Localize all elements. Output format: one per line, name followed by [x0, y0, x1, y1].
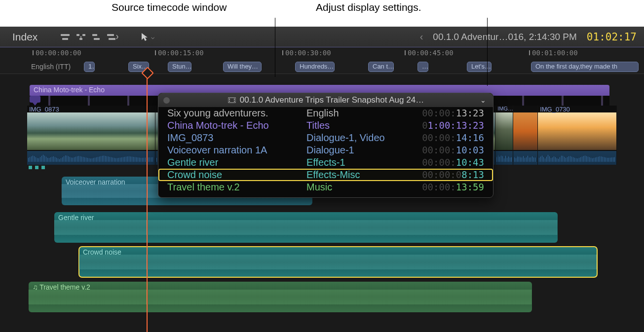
row-role: English	[306, 108, 405, 119]
clip-label: Crowd noise	[83, 248, 121, 256]
row-role: Music	[306, 182, 405, 193]
ruler-tick: 00:00:30:00	[285, 49, 331, 57]
nav-back-chevron[interactable]: ‹	[420, 31, 423, 42]
row-clip-name: Voiceover narration 1A	[167, 145, 306, 156]
annotation-line-right	[487, 18, 488, 86]
timecode-row[interactable]: Voiceover narration 1ADialogue-100:00:10…	[158, 144, 493, 156]
svg-rect-8	[109, 38, 115, 40]
timecode-window-title: 00.1.0 Adventure Trips Trailer Snapshot …	[174, 95, 478, 105]
caption-chip[interactable]: Let's…	[467, 62, 492, 72]
clip-thumbnail	[513, 112, 537, 150]
ruler-tick: 00:01:00:00	[532, 49, 578, 57]
timeline-area[interactable]: 00:00:00:00 00:00:15:00 00:00:30:00 00:0…	[0, 47, 644, 332]
video-clip[interactable]	[513, 106, 538, 165]
playhead[interactable]	[147, 74, 148, 332]
clip-thumbnail	[27, 112, 155, 150]
caption-chip[interactable]: Stun…	[168, 62, 191, 72]
connect-clip-icon[interactable]	[57, 30, 73, 44]
svg-rect-2	[76, 34, 79, 36]
row-role: Titles	[306, 120, 405, 131]
clip-label: IMG…	[497, 106, 513, 111]
filmstrip-icon	[228, 97, 236, 104]
clip-audio-waveform	[538, 151, 616, 165]
master-timecode[interactable]: 01:02:17	[587, 31, 637, 43]
svg-rect-4	[79, 38, 82, 40]
overwrite-clip-icon[interactable]	[105, 30, 120, 44]
svg-rect-9	[228, 98, 236, 103]
caption-chip[interactable]: …	[417, 62, 428, 72]
marker-icon[interactable]	[30, 96, 40, 103]
timecode-row[interactable]: IMG_0873Dialogue-1, Video00:00:14:16	[158, 132, 493, 144]
select-tool[interactable]: ⌵	[141, 33, 154, 41]
append-clip-icon[interactable]	[89, 30, 105, 44]
timecode-row[interactable]: China Moto-trek - EchoTitles01:00:13:23	[158, 119, 493, 132]
video-clip[interactable]: IMG…	[495, 106, 513, 165]
timecode-row[interactable]: Six young adventurers.English00:00:13:23	[158, 107, 493, 119]
audio-clip-selected[interactable]: Crowd noise	[79, 247, 597, 277]
ruler-tick: 00:00:15:00	[158, 49, 204, 57]
clip-audio-waveform	[27, 151, 155, 165]
caption-chip[interactable]: Can t…	[368, 62, 394, 72]
clip-label: Voiceover narration	[66, 178, 125, 186]
title-clip-label: China Moto-trek - Echo	[34, 86, 105, 94]
caption-language-label: English (ITT)	[31, 63, 71, 71]
waveform	[29, 282, 532, 312]
svg-rect-12	[234, 99, 235, 100]
timecode-row[interactable]: Gentle riverEffects-100:00:10:43	[158, 156, 493, 169]
row-timecode: 00:00:08:13	[405, 169, 484, 180]
row-role: Dialogue-1	[306, 145, 405, 156]
display-settings-button[interactable]: ⌄	[478, 96, 488, 104]
insert-clip-icon[interactable]	[73, 30, 89, 44]
timeline-toolbar: Index ⌵ ‹ 00.1.0 Adventur…016, 2:14:30 P…	[0, 27, 644, 47]
caption-chip[interactable]: On the first day,they made th	[531, 62, 639, 72]
row-clip-name: Crowd noise	[167, 169, 306, 181]
svg-rect-1	[62, 38, 68, 40]
clip-label: IMG_0730	[540, 106, 570, 113]
ruler-tick: 00:00:45:00	[408, 49, 454, 57]
caption-chip[interactable]: 1…	[84, 62, 95, 72]
row-clip-name: Six young adventurers.	[167, 108, 306, 119]
caption-lane: English (ITT) 1… Six… Stun… Will they… H…	[0, 62, 644, 73]
timecode-window-header[interactable]: 00.1.0 Adventure Trips Trailer Snapshot …	[158, 93, 493, 107]
audio-clip-effects[interactable]: Gentle river	[54, 212, 558, 243]
close-button[interactable]	[163, 97, 170, 104]
source-timecode-window[interactable]: 00.1.0 Adventure Trips Trailer Snapshot …	[158, 93, 493, 198]
svg-rect-13	[234, 101, 235, 102]
caption-chip[interactable]: Hundreds…	[295, 62, 335, 72]
ruler-tick: 00:00:00:00	[36, 49, 81, 57]
waveform	[79, 247, 597, 277]
row-timecode: 00:00:14:16	[405, 132, 484, 143]
row-timecode: 00:00:13:23	[405, 108, 484, 118]
row-role: Dialogue-1, Video	[306, 132, 405, 144]
caption-chip[interactable]: Will they…	[223, 62, 262, 72]
video-clip[interactable]: IMG_0873	[27, 106, 155, 165]
annotation-adjust-settings: Adjust display settings.	[316, 1, 421, 13]
timecode-row[interactable]: Crowd noiseEffects-Misc00:00:08:13	[158, 169, 493, 181]
row-clip-name: China Moto-trek - Echo	[167, 120, 306, 131]
waveform	[54, 212, 558, 243]
svg-rect-11	[229, 101, 230, 102]
svg-rect-7	[107, 34, 114, 36]
svg-rect-5	[92, 34, 97, 36]
clip-audio-waveform	[513, 151, 537, 165]
timeline-ruler[interactable]: 00:00:00:00 00:00:15:00 00:00:30:00 00:0…	[0, 47, 644, 74]
video-clip[interactable]: IMG_0730	[538, 106, 617, 165]
annotation-source-timecode: Source timecode window	[112, 1, 227, 13]
timecode-row[interactable]: Travel theme v.2Music00:00:13:59	[158, 181, 493, 193]
row-role: Effects-1	[306, 157, 405, 168]
index-button[interactable]: Index	[7, 29, 42, 45]
row-clip-name: IMG_0873	[167, 132, 306, 144]
annotation-line-left	[275, 18, 275, 77]
timecode-rows: Six young adventurers.English00:00:13:23…	[158, 107, 493, 193]
row-timecode: 00:00:13:59	[405, 182, 484, 192]
clip-thumbnail	[495, 112, 513, 150]
project-title[interactable]: 00.1.0 Adventur…016, 2:14:30 PM	[433, 32, 577, 42]
timeline-window: Index ⌵ ‹ 00.1.0 Adventur…016, 2:14:30 P…	[0, 27, 644, 332]
clip-audio-waveform	[495, 151, 513, 165]
connection-indicators	[29, 166, 45, 169]
audio-clip-music[interactable]: ♫ Travel theme v.2	[29, 282, 532, 312]
clip-label: IMG_0873	[29, 106, 59, 113]
clip-thumbnail	[538, 112, 616, 150]
row-timecode: 01:00:13:23	[405, 120, 484, 131]
svg-rect-3	[82, 34, 85, 36]
